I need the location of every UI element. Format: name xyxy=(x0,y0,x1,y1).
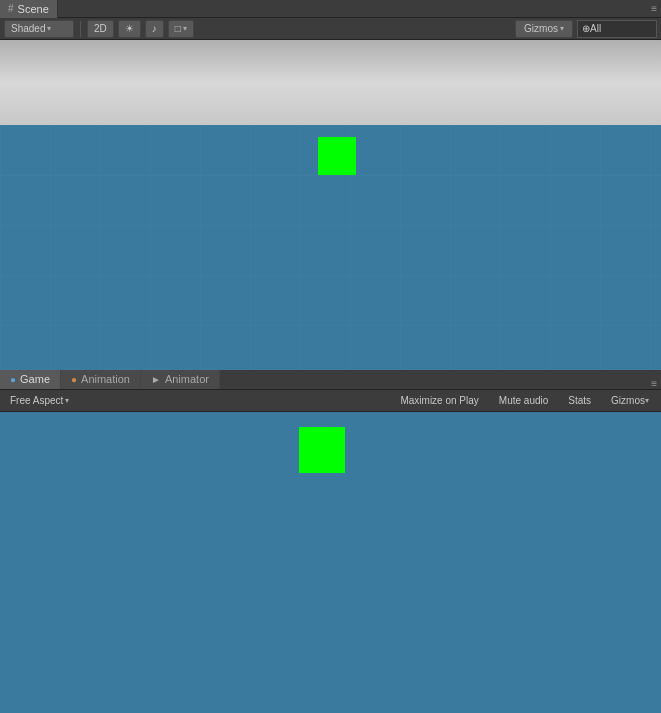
gizmos-chevron: ▾ xyxy=(560,24,564,33)
light-icon: ☀ xyxy=(125,23,134,34)
bottom-panels: ● Game ● Animation ► Animator ≡ Free Asp… xyxy=(0,370,661,713)
2d-label: 2D xyxy=(94,23,107,34)
maximize-label: Maximize on Play xyxy=(400,395,478,406)
light-button[interactable]: ☀ xyxy=(118,20,141,38)
camera-icon: □ xyxy=(175,23,181,34)
animator-tab-icon: ► xyxy=(151,374,161,385)
game-viewport xyxy=(0,412,661,713)
camera-chevron: ▾ xyxy=(183,24,187,33)
mute-label: Mute audio xyxy=(499,395,548,406)
game-tab-icon: ● xyxy=(10,374,16,385)
scene-tab-bar: # Scene ≡ xyxy=(0,0,661,18)
hash-icon: # xyxy=(8,3,14,14)
gizmos-button[interactable]: Gizmos ▾ xyxy=(515,20,573,38)
game-gizmos-label: Gizmos xyxy=(611,395,645,406)
animation-tab-icon: ● xyxy=(71,374,77,385)
mute-audio-button[interactable]: Mute audio xyxy=(491,392,556,410)
animation-tab[interactable]: ● Animation xyxy=(61,369,141,389)
toolbar-right: Gizmos ▾ xyxy=(515,20,657,38)
all-input[interactable] xyxy=(577,20,657,38)
game-toolbar: Free Aspect ▾ Maximize on Play Mute audi… xyxy=(0,390,661,412)
gizmos-label: Gizmos xyxy=(524,23,558,34)
aspect-chevron: ▾ xyxy=(65,396,69,405)
scene-grid-area xyxy=(0,125,661,370)
animator-tab[interactable]: ► Animator xyxy=(141,369,220,389)
game-tab-active[interactable]: ● Game xyxy=(0,369,61,389)
game-green-block xyxy=(299,427,345,473)
animator-tab-label: Animator xyxy=(165,373,209,385)
game-tab-options[interactable]: ≡ xyxy=(651,378,661,389)
stats-label: Stats xyxy=(568,395,591,406)
game-gizmos-chevron: ▾ xyxy=(645,396,649,405)
maximize-on-play-button[interactable]: Maximize on Play xyxy=(392,392,486,410)
scene-toolbar: Shaded ▾ 2D ☀ ♪ □ ▾ Gizmos ▾ xyxy=(0,18,661,40)
aspect-label: Free Aspect xyxy=(10,395,63,406)
shaded-button[interactable]: Shaded ▾ xyxy=(4,20,74,38)
scene-green-block xyxy=(318,137,356,175)
game-tab-label: Game xyxy=(20,373,50,385)
toolbar-separator-1 xyxy=(80,21,81,37)
game-gizmos-button[interactable]: Gizmos ▾ xyxy=(603,392,657,410)
animation-tab-label: Animation xyxy=(81,373,130,385)
audio-button[interactable]: ♪ xyxy=(145,20,164,38)
scene-tab-options[interactable]: ≡ xyxy=(651,3,661,14)
shaded-label: Shaded xyxy=(11,23,45,34)
stats-button[interactable]: Stats xyxy=(560,392,599,410)
free-aspect-button[interactable]: Free Aspect ▾ xyxy=(4,392,75,410)
sky-strip xyxy=(0,40,661,125)
game-toolbar-right: Maximize on Play Mute audio Stats Gizmos… xyxy=(392,392,657,410)
2d-button[interactable]: 2D xyxy=(87,20,114,38)
camera-button[interactable]: □ ▾ xyxy=(168,20,194,38)
audio-icon: ♪ xyxy=(152,23,157,34)
scene-tab[interactable]: # Scene xyxy=(0,0,58,18)
scene-tab-label: Scene xyxy=(18,3,49,15)
scene-panel: # Scene ≡ Shaded ▾ 2D ☀ ♪ □ ▾ Gizmos ▾ xyxy=(0,0,661,370)
game-tab-bar: ● Game ● Animation ► Animator ≡ xyxy=(0,370,661,390)
shaded-chevron: ▾ xyxy=(47,24,51,33)
scene-viewport xyxy=(0,40,661,370)
